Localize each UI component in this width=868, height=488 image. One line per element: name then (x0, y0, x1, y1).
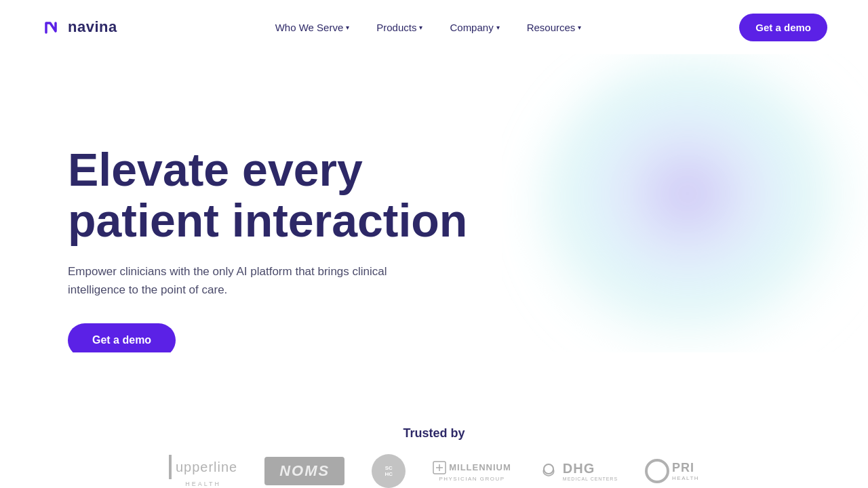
hero-section: Elevate every patient interaction Empowe… (0, 54, 868, 352)
nav-company[interactable]: Company ▾ (439, 15, 510, 40)
hero-subtext: Empower clinicians with the only AI plat… (68, 262, 420, 299)
nav-get-demo-button[interactable]: Get a demo (739, 14, 827, 41)
trusted-section: Trusted by upperline HEALTH NOMS SCHC (0, 413, 868, 488)
svg-point-4 (544, 464, 553, 474)
navbar: navina Who We Serve ▾ Products ▾ Company… (0, 0, 868, 54)
trusted-label: Trusted by (41, 426, 827, 441)
nav-links: Who We Serve ▾ Products ▾ Company ▾ Reso… (264, 15, 593, 40)
partner-logos: upperline HEALTH NOMS SCHC MILLENNIUM PH… (41, 454, 827, 488)
logo-wordmark: navina (68, 18, 117, 36)
sc-house-calls-logo: SCHC (372, 454, 406, 488)
chevron-down-icon: ▾ (496, 24, 500, 31)
dhg-medical-logo: DHG MEDICAL CENTERS (538, 454, 618, 488)
upperline-health-logo: upperline HEALTH (169, 454, 237, 488)
chevron-down-icon: ▾ (346, 24, 349, 31)
millennium-physician-group-logo: MILLENNIUM PHYSICIAN GROUP (433, 454, 511, 488)
chevron-down-icon: ▾ (419, 24, 422, 31)
logo[interactable]: navina (41, 16, 117, 38)
chevron-down-icon: ▾ (578, 24, 581, 31)
navina-logo-icon (41, 16, 62, 38)
hero-headline: Elevate every patient interaction (68, 144, 488, 246)
hero-get-demo-button[interactable]: Get a demo (68, 323, 176, 352)
nav-resources[interactable]: Resources ▾ (516, 15, 593, 40)
opri-health-logo: PRI HEALTH (645, 454, 699, 488)
nav-who-we-serve[interactable]: Who We Serve ▾ (264, 15, 361, 40)
nav-products[interactable]: Products ▾ (366, 15, 433, 40)
noms-logo: NOMS (264, 454, 344, 488)
